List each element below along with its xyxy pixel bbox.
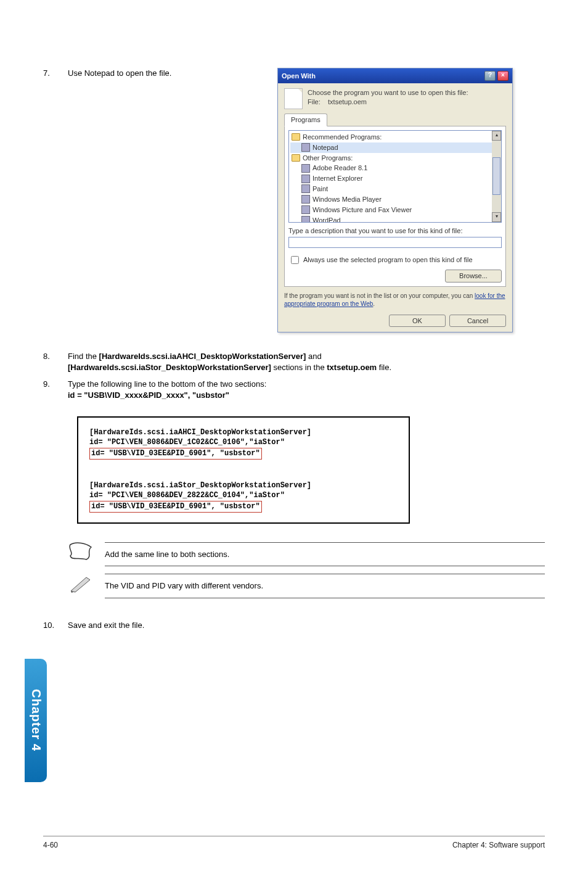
description-label: Type a description that you want to use … xyxy=(288,226,502,236)
page-footer: 4-60 Chapter 4: Software support xyxy=(43,836,545,850)
text-fragment: sections in the xyxy=(271,363,327,372)
note-text: The VID and PID vary with different vend… xyxy=(105,574,545,598)
ok-button[interactable]: OK xyxy=(389,315,446,328)
dialog-title: Open With xyxy=(282,72,316,81)
list-item-label: Windows Media Player xyxy=(312,195,382,204)
list-item-label: Windows Picture and Fax Viewer xyxy=(312,205,412,215)
step-text: Save and exit the file. xyxy=(68,620,545,631)
dialog-prompt: Choose the program you want to use to op… xyxy=(308,88,468,97)
list-item[interactable]: Windows Media Player xyxy=(290,194,500,205)
list-item[interactable]: Adobe Reader 8.1 xyxy=(290,163,500,173)
list-item-label: Paint xyxy=(312,184,328,194)
step-number: 8. xyxy=(43,351,68,373)
chapter-tab-label: Chapter 4 xyxy=(28,689,44,751)
code-line: id= "PCI\VEN_8086&DEV_2822&CC_0104","iaS… xyxy=(89,491,285,500)
list-item[interactable]: Internet Explorer xyxy=(290,173,500,184)
text-fragment: Find the xyxy=(68,352,99,361)
step-text: Use Notepad to open the file. xyxy=(68,68,259,79)
note-text: Add the same line to both sections. xyxy=(105,542,545,567)
page-number: 4-60 xyxy=(43,840,58,850)
code-block: [HardwareIds.scsi.iaAHCI_DesktopWorkstat… xyxy=(77,416,410,524)
description-input[interactable] xyxy=(288,237,502,248)
chapter-tab: Chapter 4 xyxy=(25,659,47,782)
footnote-lead: If the program you want is not in the li… xyxy=(284,292,475,299)
app-icon xyxy=(301,205,310,214)
folder-icon xyxy=(292,154,300,162)
browse-button[interactable]: Browse... xyxy=(445,270,502,283)
file-name-text: txtsetup.oem xyxy=(328,98,367,105)
list-item[interactable]: Windows Picture and Fax Viewer xyxy=(290,205,500,215)
always-use-checkbox[interactable] xyxy=(291,256,299,264)
folder-icon xyxy=(292,133,300,141)
dialog-footnote: If the program you want is not in the li… xyxy=(284,292,506,308)
step-number: 9. xyxy=(43,379,68,400)
text-fragment: and xyxy=(306,352,321,361)
programs-listbox[interactable]: Recommended Programs: Notepad Other Prog… xyxy=(288,130,502,223)
step-text: Find the [HardwareIds.scsi.iaAHCI_Deskto… xyxy=(68,351,545,373)
tab-programs[interactable]: Programs xyxy=(284,113,327,126)
bold-token: [HardwareIds.scsi.iaAHCI_DesktopWorkstat… xyxy=(99,352,306,361)
text-fragment: Type the following line to the bottom of… xyxy=(68,379,266,389)
app-icon xyxy=(301,164,310,173)
footnote-end: . xyxy=(373,300,375,307)
step-number: 10. xyxy=(43,620,68,631)
dialog-titlebar: Open With ? × xyxy=(278,68,512,83)
file-label: File: xyxy=(308,98,321,105)
code-line-highlighted: id= "USB\VID_03EE&PID_6901", "usbstor" xyxy=(89,501,262,513)
always-use-label: Always use the selected program to open … xyxy=(303,255,473,265)
list-item-notepad[interactable]: Notepad xyxy=(290,142,500,153)
app-icon xyxy=(301,184,310,193)
other-header: Other Programs: xyxy=(303,154,353,163)
scrollbar-thumb[interactable] xyxy=(492,157,500,195)
pen-icon xyxy=(68,574,94,593)
list-item-label: Notepad xyxy=(312,143,338,152)
app-icon xyxy=(301,175,310,183)
bold-token: txtsetup.oem xyxy=(327,363,377,372)
scrollbar[interactable]: ▴ ▾ xyxy=(492,131,501,222)
note-icon xyxy=(68,542,94,562)
step-text: Type the following line to the bottom of… xyxy=(68,379,545,400)
app-icon xyxy=(301,195,310,204)
file-icon xyxy=(284,88,303,109)
cancel-button[interactable]: Cancel xyxy=(449,315,506,328)
bold-token: id = "USB\VID_xxxx&PID_xxxx", "usbstor" xyxy=(68,390,229,400)
scroll-up-button[interactable]: ▴ xyxy=(492,131,501,141)
help-button[interactable]: ? xyxy=(484,71,496,81)
list-item-label: WordPad xyxy=(312,216,341,223)
code-line-highlighted: id= "USB\VID_03EE&PID_6901", "usbstor" xyxy=(89,448,262,460)
app-icon xyxy=(301,216,310,223)
bold-token: [HardwareIds.scsi.iaStor_DesktopWorkstat… xyxy=(68,363,271,372)
code-line: [HardwareIds.scsi.iaStor_DesktopWorkstat… xyxy=(89,481,311,490)
notepad-icon xyxy=(301,143,310,152)
code-line: [HardwareIds.scsi.iaAHCI_DesktopWorkstat… xyxy=(89,428,311,437)
close-button[interactable]: × xyxy=(497,71,508,81)
list-item-label: Internet Explorer xyxy=(312,174,362,183)
list-item-label: Adobe Reader 8.1 xyxy=(312,163,367,173)
recommended-header: Recommended Programs: xyxy=(303,133,382,142)
footer-title: Chapter 4: Software support xyxy=(452,840,545,850)
open-with-dialog: Open With ? × Choose the program you wan… xyxy=(277,68,513,332)
scroll-down-button[interactable]: ▾ xyxy=(492,212,501,222)
list-item[interactable]: WordPad xyxy=(290,215,500,223)
text-fragment: file. xyxy=(377,363,391,372)
step-number: 7. xyxy=(43,68,68,79)
code-line: id= "PCI\VEN_8086&DEV_1C02&CC_0106","iaS… xyxy=(89,438,285,447)
list-item[interactable]: Paint xyxy=(290,184,500,194)
